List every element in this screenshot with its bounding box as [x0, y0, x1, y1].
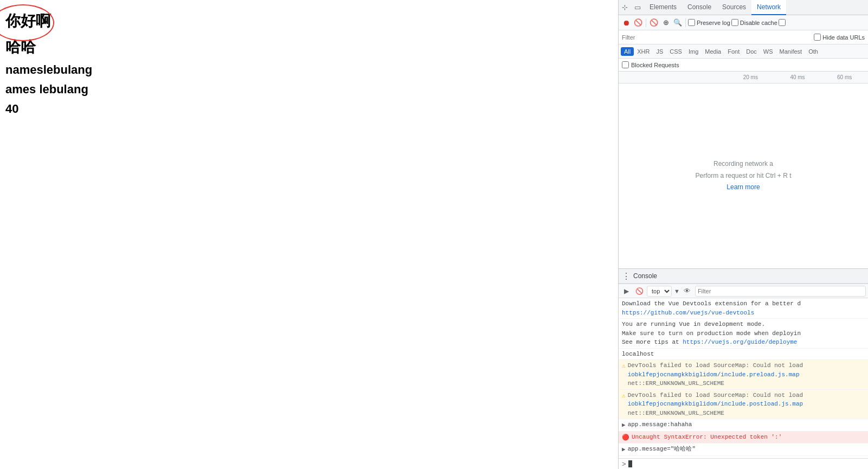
network-empty-line2: Perform a request or hit Ctrl + R t: [695, 170, 791, 182]
console-msg-app-message-hahaha2-text: app.message="哈哈哈": [628, 445, 865, 454]
panel-drag-handle[interactable]: ⋮: [622, 271, 630, 281]
network-main-area: Recording network a Perform a request or…: [619, 83, 868, 268]
console-msg-localhost-text: localhost: [622, 350, 865, 359]
console-context-select[interactable]: top: [647, 286, 672, 297]
network-empty-line1: Recording network a: [695, 158, 791, 170]
warning-icon-1: ⚠: [622, 362, 626, 371]
page-text-1: 你好啊: [5, 11, 613, 31]
type-btn-xhr[interactable]: XHR: [634, 47, 653, 56]
hide-data-urls-text: Hide data URLs: [822, 34, 865, 41]
hide-data-urls-label[interactable]: Hide data URLs: [814, 34, 865, 41]
console-filter-input[interactable]: [695, 286, 866, 297]
console-eye-btn[interactable]: 👁: [682, 286, 693, 297]
preserve-log-checkbox[interactable]: [688, 19, 695, 26]
console-msg-app-message-hahaha-text: app.message:hahaha: [628, 420, 865, 429]
type-btn-all[interactable]: All: [621, 47, 634, 56]
console-stop-btn[interactable]: 🚫: [634, 286, 645, 297]
timeline-header: 20 ms 40 ms 60 ms: [619, 72, 868, 83]
tab-console[interactable]: Console: [682, 0, 717, 15]
type-btn-ws[interactable]: WS: [760, 47, 776, 56]
type-btn-font[interactable]: Font: [724, 47, 743, 56]
console-msg-syntax-error: 🔴 Uncaught SyntaxError: Unexpected token…: [619, 432, 868, 444]
type-btn-manifest[interactable]: Manifest: [776, 47, 806, 56]
console-prompt: >: [622, 460, 626, 468]
disable-cache-text: Disable cache: [740, 20, 777, 26]
tab-elements[interactable]: Elements: [644, 0, 682, 15]
type-btn-js[interactable]: JS: [653, 47, 666, 56]
console-run-btn[interactable]: ▶: [621, 286, 632, 297]
page-text-2: 哈哈: [5, 37, 613, 57]
network-filter-input[interactable]: [622, 34, 811, 41]
offline-label[interactable]: [779, 19, 786, 26]
console-panel-divider: ⋮ Console: [619, 268, 868, 284]
learn-more-link[interactable]: Learn more: [726, 183, 760, 191]
record-button[interactable]: ⏺: [621, 17, 632, 28]
clear-button[interactable]: 🚫: [648, 17, 659, 28]
blocked-bar: Blocked Requests: [619, 59, 868, 72]
preload-map-link[interactable]: iobklfepjocnamgkkbiglidom/include.preloa…: [628, 371, 800, 378]
console-msg-warning-1: ⚠ DevTools failed to load SourceMap: Cou…: [619, 360, 868, 390]
console-msg-vue-devtools-text: Download the Vue Devtools extension for …: [622, 299, 865, 317]
type-filter-bar: All XHR JS CSS Img Media Font Doc WS Man…: [619, 44, 868, 59]
console-context-dropdown: ▼: [674, 288, 680, 294]
expand-icon-2: ▶: [622, 445, 626, 454]
console-panel-title: Console: [633, 272, 657, 280]
vue-devtools-link[interactable]: https://github.com/vuejs/vue-devtools: [622, 310, 754, 316]
tab-network[interactable]: Network: [751, 0, 786, 15]
page-text-4: ames lebulang: [5, 82, 613, 97]
disable-cache-label[interactable]: Disable cache: [731, 19, 777, 26]
blocked-requests-label[interactable]: Blocked Requests: [622, 61, 679, 68]
toolbar-separator-2: [685, 18, 686, 27]
console-msg-vue-devtools: Download the Vue Devtools extension for …: [619, 298, 868, 319]
console-msg-vue-devmode: You are running Vue in development mode.…: [619, 319, 868, 349]
tab-sources[interactable]: Sources: [717, 0, 751, 15]
page-text-3: nameslebulang: [5, 63, 613, 77]
blocked-requests-text: Blocked Requests: [631, 62, 679, 68]
device-icon[interactable]: ▭: [631, 0, 644, 15]
console-section: ▶ 🚫 top ▼ 👁 Download the Vue Devtools ex…: [619, 284, 868, 469]
timeline-mark-60: 60 ms: [821, 74, 868, 80]
timeline-mark-20: 20 ms: [727, 74, 774, 80]
offline-checkbox[interactable]: [779, 19, 786, 26]
cursor-icon[interactable]: ⊹: [619, 0, 631, 15]
console-msg-warning-2-text: DevTools failed to load SourceMap: Could…: [628, 391, 865, 418]
filter-toggle-button[interactable]: ⊕: [660, 17, 671, 28]
timeline-mark-40: 40 ms: [774, 74, 821, 80]
console-msg-warning-1-text: DevTools failed to load SourceMap: Could…: [628, 361, 865, 388]
devtools-panel: ⊹ ▭ Elements Console Sources Network ⏺ 🚫…: [618, 0, 868, 469]
stop-button[interactable]: 🚫: [633, 17, 644, 28]
warning-icon-2: ⚠: [622, 391, 626, 401]
type-btn-css[interactable]: CSS: [666, 47, 685, 56]
console-msg-app-message-hahaha2[interactable]: ▶ app.message="哈哈哈": [619, 444, 868, 456]
console-msg-syntax-error-text: Uncaught SyntaxError: Unexpected token '…: [632, 433, 865, 442]
type-btn-media[interactable]: Media: [702, 47, 724, 56]
console-msg-vue-devmode-text: You are running Vue in development mode.…: [622, 320, 865, 347]
hide-data-urls-checkbox[interactable]: [814, 34, 821, 41]
devtools-tab-bar: ⊹ ▭ Elements Console Sources Network: [619, 0, 868, 15]
toolbar-separator-1: [646, 18, 646, 27]
preserve-log-label[interactable]: Preserve log: [688, 19, 730, 26]
search-button[interactable]: 🔍: [672, 17, 683, 28]
error-icon: 🔴: [622, 433, 629, 442]
type-btn-img[interactable]: Img: [685, 47, 702, 56]
type-btn-oth[interactable]: Oth: [805, 47, 821, 56]
network-empty-text: Recording network a Perform a request or…: [695, 158, 791, 194]
type-btn-doc[interactable]: Doc: [743, 47, 760, 56]
console-toolbar: ▶ 🚫 top ▼ 👁: [619, 284, 868, 298]
console-messages: Download the Vue Devtools extension for …: [619, 298, 868, 458]
preserve-log-text: Preserve log: [697, 20, 730, 26]
console-msg-app-message-hahaha[interactable]: ▶ app.message:hahaha: [619, 419, 868, 432]
main-page: 你好啊 哈哈 nameslebulang ames lebulang 40: [0, 0, 618, 469]
console-msg-localhost: localhost: [619, 349, 868, 361]
page-text-5: 40: [5, 102, 613, 116]
console-msg-warning-2: ⚠ DevTools failed to load SourceMap: Cou…: [619, 390, 868, 420]
postload-map-link[interactable]: iobklfepjocnamgkkbiglidom/include.postlo…: [628, 401, 803, 407]
console-cursor: [628, 460, 632, 467]
console-input-line[interactable]: >: [619, 458, 868, 469]
disable-cache-checkbox[interactable]: [731, 19, 738, 26]
blocked-requests-checkbox[interactable]: [622, 61, 629, 68]
network-toolbar: ⏺ 🚫 🚫 ⊕ 🔍 Preserve log Disable cache: [619, 15, 868, 30]
vuejs-guide-link[interactable]: https://vuejs.org/guide/deployme: [683, 339, 797, 345]
network-filter-bar: Hide data URLs: [619, 30, 868, 44]
expand-icon-1: ▶: [622, 421, 626, 430]
